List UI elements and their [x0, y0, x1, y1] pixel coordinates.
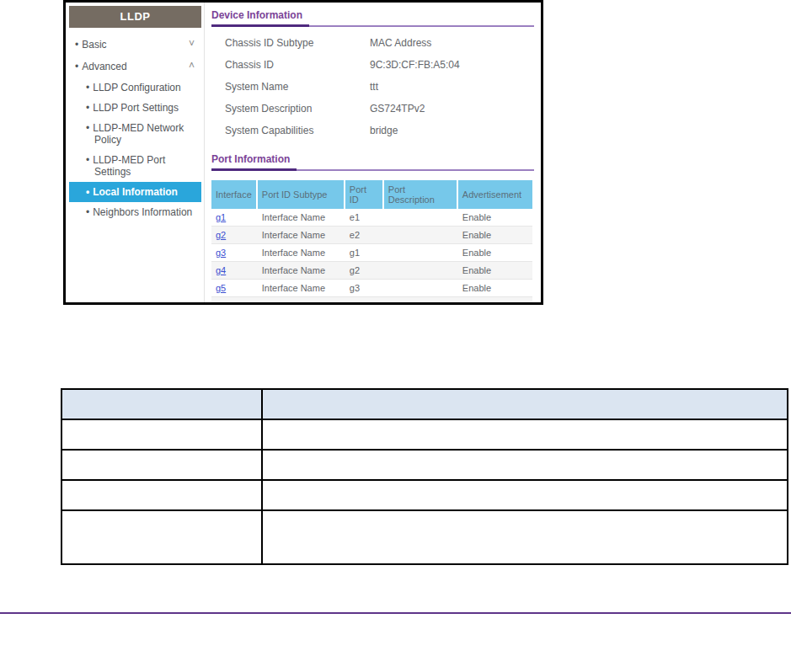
port-id-subtype-cell: Interface Name: [258, 262, 345, 280]
table-row: [61, 480, 788, 510]
bullet-icon: •: [86, 154, 89, 166]
table-row: [61, 510, 788, 564]
port-id-cell: g2: [345, 262, 384, 280]
device-information-fields: Chassis ID Subtype MAC Address Chassis I…: [225, 37, 534, 147]
port-id-subtype-cell: Interface Name: [258, 209, 345, 227]
field-value: GS724TPv2: [370, 103, 425, 125]
field-system-capabilities: System Capabilities bridge: [225, 125, 534, 147]
column-header-port-description: Port Description: [384, 180, 458, 209]
sidebar-menu: •Basic ˅ •Advanced ˄ •LLDP Configuration…: [69, 34, 201, 222]
field-label: System Description: [225, 103, 370, 125]
doc-table-header-cell: [61, 389, 262, 419]
footer-divider: [0, 612, 791, 614]
port-id-cell: e2: [345, 227, 384, 244]
table-row: g5 Interface Name g3 Enable: [211, 280, 532, 297]
advertisement-cell: Enable: [458, 227, 532, 244]
sidebar-item-lldp-med-port-settings[interactable]: •LLDP-MED Port Settings: [69, 150, 201, 182]
sidebar-item-lldp-configuration[interactable]: •LLDP Configuration: [69, 77, 201, 98]
advertisement-cell: Enable: [458, 297, 532, 302]
table-row: g6 Interface Name g4 Enable: [211, 297, 532, 302]
sidebar-item-label: LLDP Configuration: [93, 82, 181, 93]
lldp-sidebar: LLDP •Basic ˅ •Advanced ˄ •LLDP Configur…: [66, 3, 205, 302]
port-table-header-row: Interface Port ID Subtype Port ID Port D…: [211, 180, 532, 209]
sidebar-item-label: LLDP Port Settings: [93, 102, 179, 114]
field-chassis-id-subtype: Chassis ID Subtype MAC Address: [225, 37, 534, 59]
field-label: System Name: [225, 81, 370, 103]
port-id-cell: g3: [345, 280, 384, 297]
port-id-subtype-cell: Interface Name: [258, 227, 345, 244]
sidebar-item-lldp-med-network-policy[interactable]: •LLDP-MED Network Policy: [69, 118, 201, 150]
field-label: Chassis ID Subtype: [225, 37, 370, 59]
advertisement-cell: Enable: [458, 244, 532, 262]
bullet-icon: •: [86, 102, 89, 114]
bullet-icon: •: [86, 186, 89, 198]
port-description-cell: [384, 227, 458, 244]
table-row: g4 Interface Name g2 Enable: [211, 262, 532, 280]
doc-table-cell: [262, 510, 788, 564]
column-header-advertisement: Advertisement: [458, 180, 532, 209]
section-title-port-information: Port Information: [211, 153, 297, 171]
section-title-device-information: Device Information: [211, 9, 309, 27]
port-description-cell: [384, 280, 458, 297]
port-id-cell: e1: [345, 209, 384, 227]
sidebar-item-basic[interactable]: •Basic ˅: [69, 34, 201, 56]
field-chassis-id: Chassis ID 9C:3D:CF:FB:A5:04: [225, 59, 534, 81]
column-header-interface: Interface: [211, 180, 258, 209]
sidebar-title: LLDP: [69, 6, 201, 28]
bullet-icon: •: [75, 61, 78, 72]
sidebar-item-neighbors-information[interactable]: •Neighbors Information: [69, 202, 201, 222]
sidebar-item-label: Local Information: [93, 186, 178, 198]
port-id-subtype-cell: Interface Name: [258, 244, 345, 262]
doc-table-header-row: [61, 389, 788, 419]
advertisement-cell: Enable: [458, 209, 532, 227]
port-description-cell: [384, 244, 458, 262]
advertisement-cell: Enable: [458, 262, 532, 280]
port-description-cell: [384, 262, 458, 280]
field-value: 9C:3D:CF:FB:A5:04: [370, 59, 460, 81]
chevron-down-icon: ˅: [189, 39, 195, 49]
table-row: g3 Interface Name g1 Enable: [211, 244, 532, 262]
bullet-icon: •: [86, 206, 89, 218]
interface-link-g6[interactable]: g6: [216, 301, 226, 302]
sidebar-item-advanced[interactable]: •Advanced ˄: [69, 56, 201, 77]
sidebar-item-label: LLDP-MED Port Settings: [93, 154, 165, 178]
field-value: ttt: [370, 81, 378, 103]
column-header-port-id-subtype: Port ID Subtype: [258, 180, 345, 209]
manual-page: LLDP •Basic ˅ •Advanced ˄ •LLDP Configur…: [0, 0, 791, 672]
field-system-description: System Description GS724TPv2: [225, 103, 534, 125]
interface-link-g4[interactable]: g4: [216, 265, 226, 275]
main-content: Device Information Chassis ID Subtype MA…: [205, 3, 541, 302]
port-information-section: Port Information Interface Port ID Subty…: [211, 152, 534, 302]
device-information-section-head: Device Information: [211, 8, 534, 27]
doc-table-cell: [61, 450, 262, 480]
interface-link-g1[interactable]: g1: [216, 212, 226, 222]
bullet-icon: •: [86, 122, 89, 134]
table-row: [61, 450, 788, 480]
doc-table-cell: [262, 480, 788, 510]
sidebar-item-lldp-port-settings[interactable]: •LLDP Port Settings: [69, 98, 201, 118]
doc-table-cell: [61, 419, 262, 450]
bullet-icon: •: [86, 82, 89, 93]
port-information-table: Interface Port ID Subtype Port ID Port D…: [211, 180, 532, 302]
doc-table-cell: [61, 480, 262, 510]
interface-link-g5[interactable]: g5: [216, 283, 226, 293]
doc-table-cell: [262, 419, 788, 450]
ui-screenshot: LLDP •Basic ˅ •Advanced ˄ •LLDP Configur…: [63, 0, 543, 305]
port-description-cell: [384, 297, 458, 302]
port-id-cell: g4: [345, 297, 384, 302]
table-row: g2 Interface Name e2 Enable: [211, 227, 532, 244]
field-label: Chassis ID: [225, 59, 370, 81]
field-value: MAC Address: [370, 37, 431, 59]
port-id-cell: g1: [345, 244, 384, 262]
bullet-icon: •: [75, 39, 78, 51]
chevron-up-icon: ˄: [189, 61, 195, 71]
interface-link-g3[interactable]: g3: [216, 248, 226, 258]
port-id-subtype-cell: Interface Name: [258, 280, 345, 297]
doc-table-cell: [61, 510, 262, 564]
interface-link-g2[interactable]: g2: [216, 230, 226, 240]
sidebar-item-local-information[interactable]: •Local Information: [69, 182, 201, 202]
table-row: g1 Interface Name e1 Enable: [211, 209, 532, 227]
doc-table-cell: [262, 450, 788, 480]
advertisement-cell: Enable: [458, 280, 532, 297]
port-information-section-head: Port Information: [211, 152, 534, 171]
